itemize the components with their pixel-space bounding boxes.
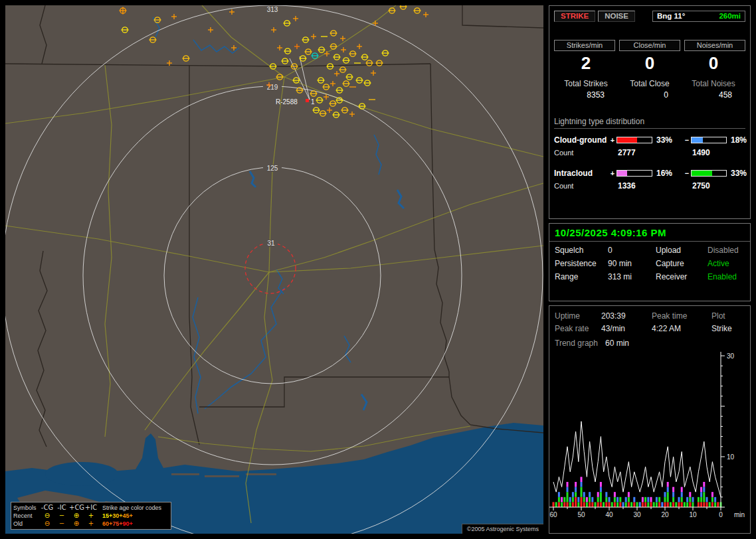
strike-button[interactable]: STRIKE [554, 11, 595, 22]
legend-old-row: Old ⊖ − ⊕ + 60+75+90+ [13, 520, 169, 528]
cg-positive-bar [616, 137, 652, 143]
plot-label: Plot [711, 311, 745, 321]
ic-negative-count: 2750 [683, 181, 745, 191]
total-close-label: Total Close [618, 79, 682, 88]
ring-label-125: 125 [267, 165, 278, 172]
age-75: 75+ [112, 520, 122, 527]
uptime-stats-grid: Uptime 203:39 Peak time Plot Peak rate 4… [549, 310, 750, 335]
minus-sign: − [683, 136, 691, 144]
peak-time-value: 4:22 AM [652, 324, 711, 333]
svg-text:30: 30 [727, 352, 735, 360]
age-45: 45+ [123, 512, 133, 519]
receiver-status: Enabled [708, 272, 745, 282]
legend-age-title: Strike age color codes [98, 504, 169, 511]
noise-button[interactable]: NOISE [598, 11, 635, 22]
svg-text:40: 40 [605, 511, 613, 518]
svg-text:10: 10 [689, 511, 697, 518]
lake-pontchartrain [45, 462, 118, 486]
storm-cell-id: R-2588 [276, 98, 298, 106]
age-30: 30+ [112, 512, 122, 519]
noises-per-min-button[interactable]: Noises/min [684, 40, 745, 51]
count-label: Count [554, 182, 609, 190]
persistence-label: Persistence [555, 259, 608, 269]
cloud-ground-count-row: Count 2777 1490 [554, 147, 745, 157]
uptime-label: Uptime [555, 311, 601, 321]
close-per-min-button[interactable]: Close/min [619, 40, 680, 51]
total-close-value: 0 [618, 90, 682, 100]
age-60: 60+ [102, 520, 112, 527]
plot-value: Strike [711, 324, 745, 333]
squelch-label: Squelch [555, 246, 608, 256]
count-label: Count [554, 149, 609, 157]
old-neg-ic-icon: − [54, 520, 69, 527]
status-section: 10/25/2025 4:09:16 PM Squelch 0 Upload D… [549, 223, 751, 301]
squelch-value: 0 [608, 246, 656, 256]
svg-text:60: 60 [549, 511, 557, 518]
ic-positive-count: 1336 [609, 181, 683, 191]
cloud-ground-row: Cloud-ground + 33% − 18% [554, 135, 745, 145]
barrier-island [205, 475, 239, 477]
rate-values: 2 0 0 [554, 51, 745, 73]
peak-rate-value: 43/min [601, 324, 652, 333]
old-neg-cg-icon: ⊖ [40, 520, 54, 527]
strike-stats-section: STRIKE NOISE Bng 11° 260mi Strikes/min C… [549, 5, 751, 219]
peak-rate-label: Peak rate [555, 324, 601, 333]
ic-negative-bar [691, 170, 727, 177]
intracloud-label: Intracloud [554, 169, 609, 178]
storm-cell-marker [306, 99, 309, 102]
copyright-label: ©2005 Astrogenic Systems [462, 524, 543, 534]
map[interactable]: 313 219 125 31 R-2588 1 [5, 5, 543, 534]
total-strikes-value: 8353 [554, 90, 618, 100]
legend-recent-row: Recent ⊖ − ⊕ + 15+30+45+ [13, 512, 169, 520]
legend-header-row: Symbols -CG -IC +CG +IC Strike age color… [13, 504, 169, 512]
svg-text:min: min [734, 511, 745, 518]
trend-section: Uptime 203:39 Peak time Plot Peak rate 4… [549, 305, 751, 534]
legend-col-pos-ic: +IC [84, 504, 98, 511]
ring-label-313: 313 [267, 6, 278, 13]
bearing-value: Bng 11° [657, 12, 685, 20]
total-noises-label: Total Noises [682, 79, 745, 88]
side-panel: STRIKE NOISE Bng 11° 260mi Strikes/min C… [549, 5, 751, 534]
svg-text:30: 30 [633, 511, 641, 518]
svg-text:10: 10 [727, 453, 735, 461]
map-legend: Symbols -CG -IC +CG +IC Strike age color… [11, 502, 171, 530]
legend-col-pos-cg: +CG [69, 504, 84, 511]
cg-negative-bar [691, 137, 727, 143]
cg-negative-pct: 18% [728, 135, 747, 145]
legend-col-neg-ic: -IC [54, 504, 69, 511]
legend-old-label: Old [13, 520, 40, 527]
range-setting-value: 313 mi [608, 272, 656, 282]
settings-grid: Squelch 0 Upload Disabled Persistence 90… [549, 242, 750, 286]
age-15: 15+ [102, 512, 112, 519]
map-area[interactable]: 313 219 125 31 R-2588 1 Symbols -CG -IC … [5, 5, 543, 534]
legend-col-neg-cg: -CG [40, 504, 54, 511]
trend-graph-window: 60 min [605, 339, 745, 348]
lightning-tracker-app: 313 219 125 31 R-2588 1 Symbols -CG -IC … [0, 0, 756, 539]
legend-age-recent: 15+30+45+ [98, 512, 169, 519]
total-values: 8353 0 458 [554, 88, 745, 100]
distribution-title: Lightning type distribution [554, 117, 745, 129]
storm-cell-count: 1 [311, 98, 315, 106]
upload-label: Upload [656, 246, 708, 256]
capture-status: Active [708, 259, 745, 269]
intracloud-row: Intracloud + 16% − 33% [554, 168, 745, 178]
datetime-display: 10/25/2025 4:09:16 PM [549, 224, 750, 242]
total-strikes-label: Total Strikes [554, 79, 618, 88]
noises-per-min-value: 0 [682, 53, 745, 73]
plus-sign: + [609, 169, 616, 177]
ring-label-31: 31 [267, 240, 275, 247]
recent-neg-ic-icon: − [54, 512, 69, 519]
upload-status: Disabled [708, 246, 745, 256]
strikes-per-min-button[interactable]: Strikes/min [554, 40, 615, 51]
capture-label: Capture [656, 259, 708, 269]
old-pos-cg-icon: ⊕ [69, 520, 84, 527]
persistence-value: 90 min [608, 259, 656, 269]
minus-sign: − [683, 169, 691, 177]
bearing-range-box[interactable]: Bng 11° 260mi [652, 11, 745, 22]
cloud-ground-label: Cloud-ground [554, 135, 609, 145]
legend-age-old: 60+75+90+ [98, 520, 169, 527]
plus-sign: + [609, 136, 616, 144]
cg-positive-count: 2777 [609, 148, 683, 157]
trend-graph: 30106050403020100min [549, 349, 749, 526]
intracloud-count-row: Count 1336 2750 [554, 181, 745, 191]
